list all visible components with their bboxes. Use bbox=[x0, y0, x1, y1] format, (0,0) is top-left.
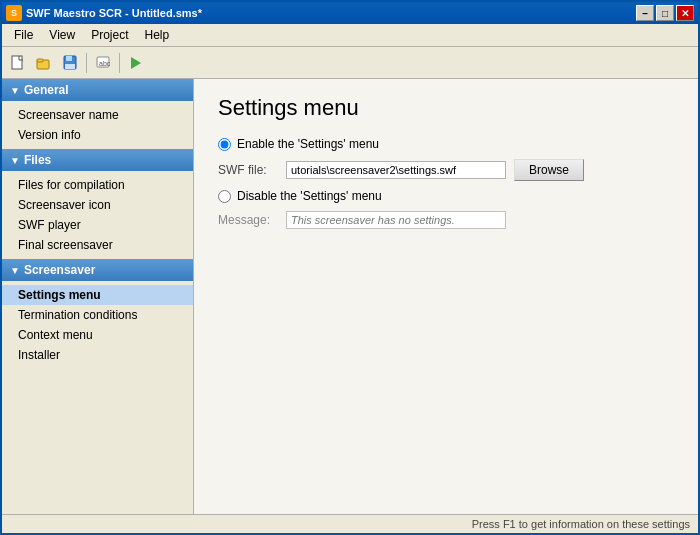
window-title: SWF Maestro SCR - Untitled.sms* bbox=[26, 7, 636, 19]
sidebar-item-termination-conditions[interactable]: Termination conditions bbox=[2, 305, 193, 325]
screensaver-arrow: ▼ bbox=[10, 265, 20, 276]
sidebar-item-screensaver-name[interactable]: Screensaver name bbox=[2, 105, 193, 125]
svg-text:abc: abc bbox=[99, 60, 111, 67]
sidebar: ▼ General Screensaver name Version info … bbox=[2, 79, 194, 514]
general-label: General bbox=[24, 83, 69, 97]
restore-button[interactable]: □ bbox=[656, 5, 674, 21]
open-button[interactable] bbox=[32, 51, 56, 75]
toolbar-separator-1 bbox=[86, 53, 87, 73]
swf-file-row: SWF file: utorials\screensaver2\settings… bbox=[218, 159, 674, 181]
minimize-button[interactable]: – bbox=[636, 5, 654, 21]
content-area: Settings menu Enable the 'Settings' menu… bbox=[194, 79, 698, 514]
new-button[interactable] bbox=[6, 51, 30, 75]
disable-settings-label[interactable]: Disable the 'Settings' menu bbox=[237, 189, 382, 203]
sidebar-item-context-menu[interactable]: Context menu bbox=[2, 325, 193, 345]
screensaver-label: Screensaver bbox=[24, 263, 95, 277]
toolbar: abc bbox=[2, 47, 698, 79]
disable-radio-row: Disable the 'Settings' menu bbox=[218, 189, 674, 203]
sidebar-item-screensaver-icon[interactable]: Screensaver icon bbox=[2, 195, 193, 215]
close-button[interactable]: ✕ bbox=[676, 5, 694, 21]
enable-settings-radio[interactable] bbox=[218, 138, 231, 151]
menu-file[interactable]: File bbox=[6, 26, 41, 44]
status-bar: Press F1 to get information on these set… bbox=[2, 514, 698, 533]
page-title: Settings menu bbox=[218, 95, 674, 121]
form-area: Enable the 'Settings' menu SWF file: uto… bbox=[218, 137, 674, 498]
disable-settings-radio[interactable] bbox=[218, 190, 231, 203]
enable-radio-row: Enable the 'Settings' menu bbox=[218, 137, 674, 151]
general-items: Screensaver name Version info bbox=[2, 101, 193, 149]
status-text: Press F1 to get information on these set… bbox=[472, 518, 690, 530]
build-button[interactable]: abc bbox=[91, 51, 115, 75]
save-button[interactable] bbox=[58, 51, 82, 75]
sidebar-item-files-for-compilation[interactable]: Files for compilation bbox=[2, 175, 193, 195]
app-window: S SWF Maestro SCR - Untitled.sms* – □ ✕ … bbox=[0, 0, 700, 535]
general-arrow: ▼ bbox=[10, 85, 20, 96]
svg-rect-2 bbox=[37, 59, 43, 62]
menu-view[interactable]: View bbox=[41, 26, 83, 44]
sidebar-section-files[interactable]: ▼ Files bbox=[2, 149, 193, 171]
files-label: Files bbox=[24, 153, 51, 167]
svg-rect-5 bbox=[65, 64, 75, 69]
sidebar-item-version-info[interactable]: Version info bbox=[2, 125, 193, 145]
message-input[interactable] bbox=[286, 211, 506, 229]
sidebar-section-general[interactable]: ▼ General bbox=[2, 79, 193, 101]
menu-help[interactable]: Help bbox=[137, 26, 178, 44]
sidebar-item-final-screensaver[interactable]: Final screensaver bbox=[2, 235, 193, 255]
sidebar-item-settings-menu[interactable]: Settings menu bbox=[2, 285, 193, 305]
enable-settings-label[interactable]: Enable the 'Settings' menu bbox=[237, 137, 379, 151]
screensaver-items: Settings menu Termination conditions Con… bbox=[2, 281, 193, 369]
app-icon: S bbox=[6, 5, 22, 21]
run-button[interactable] bbox=[124, 51, 148, 75]
menu-bar: File View Project Help bbox=[2, 24, 698, 47]
browse-button[interactable]: Browse bbox=[514, 159, 584, 181]
svg-marker-8 bbox=[131, 57, 141, 69]
files-arrow: ▼ bbox=[10, 155, 20, 166]
window-controls: – □ ✕ bbox=[636, 5, 694, 21]
sidebar-section-screensaver[interactable]: ▼ Screensaver bbox=[2, 259, 193, 281]
main-area: ▼ General Screensaver name Version info … bbox=[2, 79, 698, 514]
sidebar-item-installer[interactable]: Installer bbox=[2, 345, 193, 365]
sidebar-item-swf-player[interactable]: SWF player bbox=[2, 215, 193, 235]
toolbar-separator-2 bbox=[119, 53, 120, 73]
title-bar: S SWF Maestro SCR - Untitled.sms* – □ ✕ bbox=[2, 2, 698, 24]
swf-file-value: utorials\screensaver2\settings.swf bbox=[286, 161, 506, 179]
message-row: Message: bbox=[218, 211, 674, 229]
files-items: Files for compilation Screensaver icon S… bbox=[2, 171, 193, 259]
message-label: Message: bbox=[218, 213, 278, 227]
swf-file-label: SWF file: bbox=[218, 163, 278, 177]
svg-rect-4 bbox=[66, 56, 72, 61]
svg-rect-0 bbox=[12, 56, 22, 69]
menu-project[interactable]: Project bbox=[83, 26, 136, 44]
